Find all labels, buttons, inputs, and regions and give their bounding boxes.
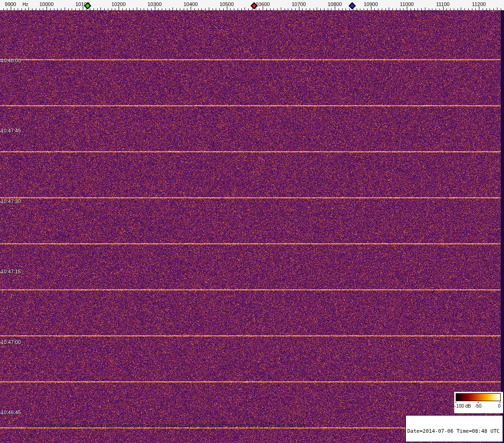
colorbar-tick — [478, 402, 478, 403]
colorbar-gradient — [456, 393, 501, 401]
freq-tick-label: 10800 — [328, 1, 342, 7]
freq-tick-label: 10500 — [219, 1, 234, 7]
freq-tick-label: 10200 — [112, 1, 126, 7]
freq-tick-label: 10900 — [364, 1, 378, 7]
colorbar-tick — [456, 402, 456, 403]
info-date-line: Date=2014-07-06 Time=08:48 UTC — [407, 428, 501, 434]
freq-tick-label: 11100 — [436, 1, 450, 7]
freq-unit-label: Hz — [23, 2, 28, 7]
freq-tick-label: 11000 — [400, 1, 414, 7]
freq-tick-label: 10700 — [292, 1, 306, 7]
detection-status-line: 20140706084639880 hCnt42 nb-73 f10677 hi… — [26, 423, 306, 429]
freq-tick-label: 10600 — [256, 1, 270, 7]
colorbar-max-label: 0 — [498, 403, 501, 409]
colorbar-mid-label: -50 — [475, 403, 481, 409]
freq-tick-label: 10000 — [40, 1, 54, 7]
spectrogram-canvas[interactable] — [0, 0, 504, 443]
freq-tick-label: 11200 — [472, 1, 486, 7]
freq-tick-label: 10400 — [184, 1, 198, 7]
blue-marker-icon[interactable] — [349, 2, 356, 10]
colorbar-tick — [500, 402, 500, 403]
info-box: Date=2014-07-06 Time=08:48 UTC Freq=143 … — [405, 415, 503, 442]
cursor-time-label: ^t-39 — [22, 433, 33, 438]
colorbar-panel: -100 dB -50 0 — [454, 392, 503, 413]
freq-tick-label: 9900 — [5, 1, 16, 7]
freq-tick-label: 10300 — [147, 1, 162, 7]
frequency-ruler: 9900100001010010200103001040010500106001… — [0, 0, 504, 10]
spectrogram-window: 9900100001010010200103001040010500106001… — [0, 0, 504, 443]
colorbar-min-label: -100 dB — [455, 403, 471, 409]
